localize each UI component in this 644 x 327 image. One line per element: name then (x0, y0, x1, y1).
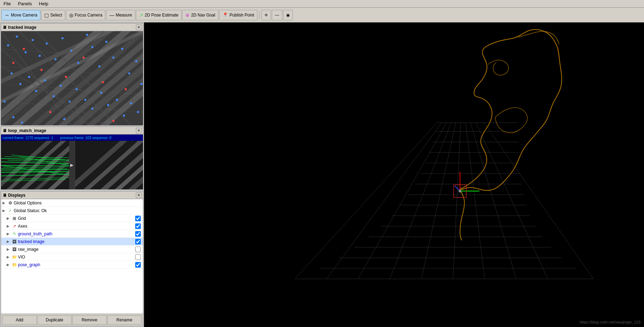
svg-point-39 (135, 60, 137, 62)
nav-icon: ⊕ (185, 12, 190, 18)
measure-button[interactable]: — Measure (106, 10, 135, 20)
tracked-image-close[interactable]: ✕ (136, 25, 142, 30)
menu-help[interactable]: Help (35, 0, 52, 7)
svg-point-61 (140, 83, 143, 85)
svg-point-42 (28, 76, 30, 78)
display-item-global-status[interactable]: ▶ ✓ Global Status: Ok (1, 207, 143, 215)
display-item-grid[interactable]: ▶ ⊞ Grid (1, 215, 143, 222)
loop-match-title: 🖥 loop_match_image (2, 128, 46, 133)
display-item-raw-image[interactable]: ▶ 🖼 raw_image (1, 246, 143, 253)
menu-panels[interactable]: Panels (14, 0, 35, 7)
left-panel: 🖥 tracked image ✕ (0, 22, 144, 327)
display-item-axes[interactable]: ▶ ↗ Axes (1, 222, 143, 230)
svg-point-55 (130, 102, 132, 104)
svg-point-53 (116, 99, 118, 101)
svg-point-40 (11, 72, 13, 74)
duplicate-button[interactable]: Duplicate (38, 315, 72, 325)
svg-point-41 (19, 83, 21, 85)
measure-icon: — (109, 12, 114, 18)
display-item-pose-graph[interactable]: ▶ 📁 pose_graph (1, 261, 143, 269)
arrow-icon: ▶ (2, 201, 7, 205)
arrow-icon: ▶ (7, 240, 11, 243)
loop-monitor-icon: 🖥 (2, 128, 7, 133)
svg-point-29 (61, 37, 64, 39)
publish-point-button[interactable]: 📍 Publish Point (219, 10, 257, 20)
display-label: tracked image (18, 239, 135, 244)
focus-camera-button[interactable]: ◎ Focus Camera (66, 10, 106, 20)
svg-point-51 (100, 92, 102, 94)
interact-button[interactable]: ✛ (261, 10, 271, 20)
tracked-image-checkbox[interactable] (135, 239, 141, 244)
add-button[interactable]: Add (2, 315, 37, 325)
remove-button[interactable]: Remove (72, 315, 107, 325)
svg-point-66 (83, 57, 85, 59)
pose-graph-icon: 📁 (11, 262, 18, 267)
toolbar-extra-btn2[interactable]: — (272, 10, 282, 20)
displays-list: ▶ ⚙ Global Options ▶ ✓ Global Status: Ok… (1, 199, 143, 314)
svg-point-35 (105, 41, 107, 43)
svg-point-46 (60, 85, 62, 87)
image-icon: 🖼 (11, 239, 18, 244)
arrow-icon: ▶ (7, 224, 11, 228)
focus-camera-icon: ◎ (69, 12, 73, 18)
menubar: File Panels Help (0, 0, 644, 8)
svg-point-26 (39, 55, 41, 57)
arrow-icon: ▶ (2, 209, 7, 212)
grid-checkbox[interactable] (135, 216, 141, 221)
svg-point-31 (77, 62, 79, 64)
display-item-ground-truth[interactable]: ▶ ✎ ground_truth_path (1, 230, 143, 238)
svg-point-38 (128, 72, 130, 74)
displays-icon: 🖥 (2, 193, 7, 198)
toolbar: ↔ Move Camera ▢ Select ◎ Focus Camera — … (0, 8, 644, 22)
ground-truth-checkbox[interactable] (135, 231, 141, 237)
2d-nav-button[interactable]: ⊕ 2D Nav Goal (182, 10, 218, 20)
display-item-vio[interactable]: ▶ 📁 VIO (1, 253, 143, 261)
svg-point-60 (63, 118, 65, 120)
display-label: raw_image (18, 247, 135, 252)
display-item-tracked-image[interactable]: ▶ 🖼 tracked image (1, 238, 143, 246)
svg-point-67 (102, 81, 104, 83)
rename-button[interactable]: Rename (107, 315, 142, 325)
svg-point-48 (75, 88, 78, 90)
viewport-3d[interactable]: https://blog.csdn.net/xiaojinger_123 (144, 22, 644, 327)
gear-icon: ⚙ (7, 201, 14, 205)
2d-pose-button[interactable]: ↗ 2D Pose Estimate (136, 10, 182, 20)
toolbar-extra-btn3[interactable]: ◉ (283, 10, 293, 20)
svg-point-50 (91, 107, 93, 110)
main-layout: 🖥 tracked image ✕ (0, 22, 644, 327)
axes-icon: ↗ (11, 224, 18, 229)
arrow-icon: ▶ (7, 247, 11, 251)
svg-point-45 (53, 95, 55, 97)
raw-image-checkbox[interactable] (135, 247, 141, 252)
select-button[interactable]: ▢ Select (41, 10, 65, 20)
loop-match-canvas: ▶ (1, 141, 143, 189)
svg-point-24 (25, 51, 27, 53)
displays-close[interactable]: ✕ (136, 192, 142, 198)
loop-match-header: 🖥 loop_match_image ✕ (1, 127, 143, 135)
menu-file[interactable]: File (0, 0, 14, 7)
displays-panel: 🖥 Displays ✕ ▶ ⚙ Global Options ▶ ✓ Glob… (1, 191, 143, 326)
axes-checkbox[interactable] (135, 223, 141, 229)
pose-graph-checkbox[interactable] (135, 262, 141, 268)
loop-match-panel: 🖥 loop_match_image ✕ current frame: 1170… (1, 126, 143, 190)
toolbar-separator-1 (259, 11, 259, 19)
vio-checkbox[interactable] (135, 254, 141, 260)
path-icon: ✎ (11, 231, 18, 236)
move-camera-icon: ↔ (5, 12, 9, 18)
svg-point-34 (98, 65, 100, 67)
displays-header: 🖥 Displays ✕ (1, 191, 143, 199)
arrow-icon: ▶ (7, 216, 11, 220)
svg-point-62 (12, 62, 14, 64)
tracked-image-header: 🖥 tracked image ✕ (1, 24, 143, 31)
move-camera-button[interactable]: ↔ Move Camera (1, 10, 40, 20)
display-label: pose_graph (18, 262, 135, 267)
display-item-global-options[interactable]: ▶ ⚙ Global Options (1, 199, 143, 207)
raw-image-icon: 🖼 (11, 247, 18, 252)
svg-point-129 (459, 190, 461, 192)
arrow-icon: ▶ (7, 263, 11, 267)
loop-match-close[interactable]: ✕ (136, 128, 142, 133)
display-label: VIO (18, 255, 135, 260)
svg-point-49 (84, 99, 86, 101)
displays-footer: Add Duplicate Remove Rename (1, 314, 143, 326)
svg-point-65 (65, 76, 67, 78)
